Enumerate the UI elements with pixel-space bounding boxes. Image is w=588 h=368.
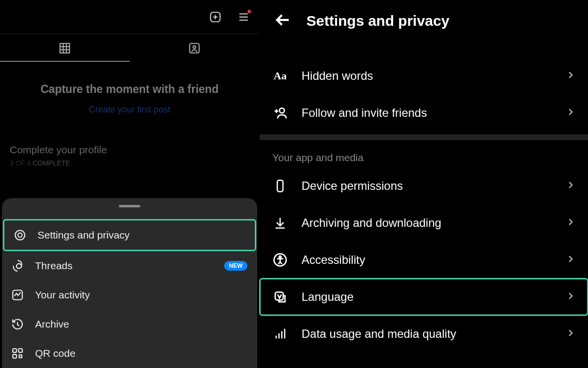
menu-item-archive[interactable]: Archive [2,310,257,339]
menu-item-label: Threads [35,260,73,272]
activity-icon [11,288,24,302]
section-header: Your app and media [260,143,588,167]
profile-toolbar [0,0,259,34]
row-label: Follow and invite friends [302,106,552,120]
row-follow-invite[interactable]: Follow and invite friends [260,94,588,131]
row-label: Accessibility [302,253,552,267]
complete-profile-progress: 3 OF 4 COMPLETE [10,159,249,167]
svg-rect-17 [19,349,22,352]
new-badge: NEW [224,261,247,271]
notification-dot-icon [247,10,251,13]
row-accessibility[interactable]: Accessibility [260,241,588,278]
svg-point-12 [193,46,195,48]
svg-point-28 [279,256,281,258]
tab-grid[interactable] [0,34,130,62]
language-icon [272,289,288,305]
data-usage-icon [272,326,288,342]
bottom-sheet-menu: Settings and privacy Threads NEW Your ac… [2,198,257,368]
row-hidden-words[interactable]: Aa Hidden words [260,57,588,94]
accessibility-icon [272,252,288,268]
menu-item-label: QR code [35,348,76,359]
row-data-usage[interactable]: Data usage and media quality [260,315,588,352]
menu-item-settings[interactable]: Settings and privacy [3,219,256,251]
row-device-permissions[interactable]: Device permissions [260,167,588,204]
archive-icon [11,317,24,331]
device-icon [272,178,288,194]
complete-suffix: COMPLETE [31,159,70,167]
chevron-right-icon [566,180,575,192]
complete-count: 3 OF 4 [10,159,31,167]
row-label: Hidden words [302,69,552,83]
chevron-right-icon [566,291,575,303]
menu-item-qrcode[interactable]: QR code [2,339,257,368]
row-label: Archiving and downloading [302,216,552,230]
profile-pane: Capture the moment with a friend Create … [0,0,259,368]
qrcode-icon [11,347,24,360]
svg-point-14 [18,233,22,238]
svg-rect-18 [13,354,17,358]
row-label: Device permissions [302,179,552,193]
chevron-right-icon [566,107,575,119]
svg-line-32 [280,262,282,264]
settings-pane: Settings and privacy Aa Hidden words Fol… [259,0,588,368]
menu-item-activity[interactable]: Your activity [2,280,257,310]
complete-profile-title: Complete your profile [10,144,249,156]
gear-icon [13,228,27,242]
empty-state: Capture the moment with a friend Create … [0,62,259,125]
chevron-right-icon [566,328,575,340]
svg-point-21 [280,108,285,113]
settings-divider [260,134,588,140]
tab-tagged[interactable] [130,34,259,62]
svg-point-13 [15,230,25,240]
create-first-post-link[interactable]: Create your first post [89,105,170,115]
create-post-icon[interactable] [209,10,222,24]
profile-tabs [0,34,259,62]
menu-item-label: Your activity [35,289,90,301]
back-button[interactable] [274,12,291,30]
svg-rect-6 [60,43,70,53]
follow-invite-icon [272,105,288,121]
settings-title: Settings and privacy [306,13,449,29]
menu-item-label: Archive [35,318,69,330]
svg-rect-24 [277,180,283,191]
chevron-right-icon [566,254,575,266]
menu-item-label: Settings and privacy [38,229,130,241]
empty-state-title: Capture the moment with a friend [10,83,249,96]
row-label: Language [302,290,552,304]
menu-icon[interactable] [237,10,250,24]
chevron-right-icon [566,217,575,229]
sheet-drag-handle[interactable] [119,205,140,207]
menu-item-threads[interactable]: Threads NEW [2,251,257,280]
threads-icon [11,259,24,273]
svg-rect-16 [13,349,17,352]
row-archiving-downloading[interactable]: Archiving and downloading [260,204,588,241]
row-label: Data usage and media quality [302,327,552,341]
svg-rect-19 [19,355,21,357]
settings-header: Settings and privacy [260,0,588,45]
hidden-words-icon: Aa [272,68,288,84]
row-language[interactable]: Language [260,278,588,315]
download-icon [272,215,288,231]
complete-profile-section: Complete your profile 3 OF 4 COMPLETE [0,125,259,172]
chevron-right-icon [566,70,575,82]
